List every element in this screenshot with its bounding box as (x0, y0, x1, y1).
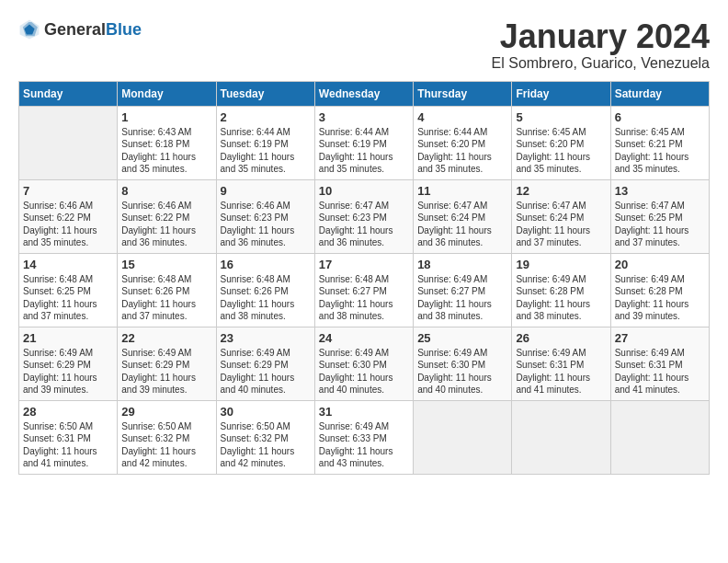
calendar-cell: 12Sunrise: 6:47 AM Sunset: 6:24 PM Dayli… (512, 179, 610, 253)
day-number: 13 (615, 184, 705, 198)
day-info: Sunrise: 6:49 AM Sunset: 6:31 PM Dayligh… (516, 347, 606, 396)
day-number: 3 (319, 110, 409, 124)
logo-blue-text: Blue (106, 21, 142, 38)
day-number: 27 (615, 331, 705, 345)
calendar-cell: 5Sunrise: 6:45 AM Sunset: 6:20 PM Daylig… (512, 106, 610, 179)
day-number: 25 (417, 331, 507, 345)
day-number: 7 (23, 184, 113, 198)
calendar-cell: 24Sunrise: 6:49 AM Sunset: 6:30 PM Dayli… (314, 327, 413, 400)
calendar-cell: 23Sunrise: 6:49 AM Sunset: 6:29 PM Dayli… (216, 327, 314, 400)
calendar-cell: 21Sunrise: 6:49 AM Sunset: 6:29 PM Dayli… (19, 327, 118, 400)
month-title: January 2024 (492, 18, 710, 55)
day-info: Sunrise: 6:49 AM Sunset: 6:31 PM Dayligh… (615, 347, 705, 396)
calendar-cell: 1Sunrise: 6:43 AM Sunset: 6:18 PM Daylig… (118, 106, 216, 179)
calendar-week-row: 21Sunrise: 6:49 AM Sunset: 6:29 PM Dayli… (19, 327, 710, 400)
day-number: 17 (319, 258, 409, 271)
calendar-cell: 15Sunrise: 6:48 AM Sunset: 6:26 PM Dayli… (118, 253, 216, 327)
weekday-header-saturday: Saturday (610, 81, 709, 106)
calendar-header: SundayMondayTuesdayWednesdayThursdayFrid… (19, 81, 710, 106)
day-info: Sunrise: 6:49 AM Sunset: 6:29 PM Dayligh… (23, 347, 113, 396)
day-number: 8 (121, 184, 211, 198)
calendar-cell: 26Sunrise: 6:49 AM Sunset: 6:31 PM Dayli… (512, 327, 610, 400)
calendar-cell: 4Sunrise: 6:44 AM Sunset: 6:20 PM Daylig… (414, 106, 512, 179)
day-number: 2 (221, 110, 311, 124)
calendar-cell: 14Sunrise: 6:48 AM Sunset: 6:25 PM Dayli… (19, 253, 118, 327)
day-number: 31 (319, 405, 409, 419)
day-info: Sunrise: 6:45 AM Sunset: 6:21 PM Dayligh… (615, 126, 705, 176)
day-info: Sunrise: 6:47 AM Sunset: 6:23 PM Dayligh… (319, 200, 409, 249)
day-info: Sunrise: 6:48 AM Sunset: 6:25 PM Dayligh… (23, 273, 113, 323)
weekday-header-wednesday: Wednesday (314, 81, 413, 106)
day-number: 12 (516, 184, 606, 198)
calendar-cell: 31Sunrise: 6:49 AM Sunset: 6:33 PM Dayli… (314, 400, 413, 474)
day-info: Sunrise: 6:50 AM Sunset: 6:32 PM Dayligh… (221, 420, 311, 470)
day-number: 29 (121, 405, 211, 419)
calendar-week-row: 1Sunrise: 6:43 AM Sunset: 6:18 PM Daylig… (19, 106, 710, 179)
day-info: Sunrise: 6:49 AM Sunset: 6:28 PM Dayligh… (615, 273, 705, 323)
page-header: GeneralBlue January 2024 El Sombrero, Gu… (18, 18, 710, 72)
day-number: 5 (516, 110, 606, 124)
day-number: 6 (615, 110, 705, 124)
calendar-week-row: 28Sunrise: 6:50 AM Sunset: 6:31 PM Dayli… (19, 400, 710, 474)
day-info: Sunrise: 6:44 AM Sunset: 6:19 PM Dayligh… (319, 126, 409, 176)
calendar-cell: 18Sunrise: 6:49 AM Sunset: 6:27 PM Dayli… (414, 253, 512, 327)
title-block: January 2024 El Sombrero, Guarico, Venez… (492, 18, 710, 72)
weekday-header-monday: Monday (118, 81, 216, 106)
calendar-cell: 6Sunrise: 6:45 AM Sunset: 6:21 PM Daylig… (610, 106, 709, 179)
day-number: 15 (121, 258, 211, 271)
weekday-header-friday: Friday (512, 81, 610, 106)
weekday-header-sunday: Sunday (19, 81, 118, 106)
day-info: Sunrise: 6:50 AM Sunset: 6:31 PM Dayligh… (23, 420, 113, 470)
day-info: Sunrise: 6:48 AM Sunset: 6:26 PM Dayligh… (121, 273, 211, 323)
calendar-cell: 25Sunrise: 6:49 AM Sunset: 6:30 PM Dayli… (414, 327, 512, 400)
calendar-week-row: 7Sunrise: 6:46 AM Sunset: 6:22 PM Daylig… (19, 179, 710, 253)
day-number: 18 (417, 258, 507, 271)
calendar-cell: 28Sunrise: 6:50 AM Sunset: 6:31 PM Dayli… (19, 400, 118, 474)
calendar-cell: 16Sunrise: 6:48 AM Sunset: 6:26 PM Dayli… (216, 253, 314, 327)
calendar-cell: 30Sunrise: 6:50 AM Sunset: 6:32 PM Dayli… (216, 400, 314, 474)
calendar-cell: 27Sunrise: 6:49 AM Sunset: 6:31 PM Dayli… (610, 327, 709, 400)
day-info: Sunrise: 6:47 AM Sunset: 6:24 PM Dayligh… (417, 200, 507, 249)
day-info: Sunrise: 6:46 AM Sunset: 6:23 PM Dayligh… (221, 200, 311, 249)
day-number: 26 (516, 331, 606, 345)
calendar-cell: 7Sunrise: 6:46 AM Sunset: 6:22 PM Daylig… (19, 179, 118, 253)
calendar-cell: 20Sunrise: 6:49 AM Sunset: 6:28 PM Dayli… (610, 253, 709, 327)
calendar-cell: 19Sunrise: 6:49 AM Sunset: 6:28 PM Dayli… (512, 253, 610, 327)
calendar-week-row: 14Sunrise: 6:48 AM Sunset: 6:25 PM Dayli… (19, 253, 710, 327)
calendar-table: SundayMondayTuesdayWednesdayThursdayFrid… (18, 81, 710, 475)
day-number: 24 (319, 331, 409, 345)
calendar-cell (19, 106, 118, 179)
day-info: Sunrise: 6:49 AM Sunset: 6:29 PM Dayligh… (121, 347, 211, 396)
day-info: Sunrise: 6:49 AM Sunset: 6:30 PM Dayligh… (319, 347, 409, 396)
day-number: 16 (221, 258, 311, 271)
day-info: Sunrise: 6:48 AM Sunset: 6:26 PM Dayligh… (221, 273, 311, 323)
day-info: Sunrise: 6:47 AM Sunset: 6:25 PM Dayligh… (615, 200, 705, 249)
day-info: Sunrise: 6:44 AM Sunset: 6:20 PM Dayligh… (417, 126, 507, 176)
day-number: 4 (417, 110, 507, 124)
day-number: 22 (121, 331, 211, 345)
day-number: 19 (516, 258, 606, 271)
weekday-header-row: SundayMondayTuesdayWednesdayThursdayFrid… (19, 81, 710, 106)
calendar-cell: 8Sunrise: 6:46 AM Sunset: 6:22 PM Daylig… (118, 179, 216, 253)
location-text: El Sombrero, Guarico, Venezuela (492, 55, 710, 72)
day-info: Sunrise: 6:44 AM Sunset: 6:19 PM Dayligh… (221, 126, 311, 176)
calendar-cell: 3Sunrise: 6:44 AM Sunset: 6:19 PM Daylig… (314, 106, 413, 179)
calendar-cell: 2Sunrise: 6:44 AM Sunset: 6:19 PM Daylig… (216, 106, 314, 179)
day-number: 14 (23, 258, 113, 271)
day-info: Sunrise: 6:45 AM Sunset: 6:20 PM Dayligh… (516, 126, 606, 176)
day-info: Sunrise: 6:47 AM Sunset: 6:24 PM Dayligh… (516, 200, 606, 249)
weekday-header-thursday: Thursday (414, 81, 512, 106)
day-info: Sunrise: 6:49 AM Sunset: 6:29 PM Dayligh… (221, 347, 311, 396)
day-number: 9 (221, 184, 311, 198)
calendar-cell (610, 400, 709, 474)
day-number: 30 (221, 405, 311, 419)
day-info: Sunrise: 6:49 AM Sunset: 6:33 PM Dayligh… (319, 420, 409, 470)
day-info: Sunrise: 6:46 AM Sunset: 6:22 PM Dayligh… (23, 200, 113, 249)
day-info: Sunrise: 6:50 AM Sunset: 6:32 PM Dayligh… (121, 420, 211, 470)
calendar-cell (512, 400, 610, 474)
calendar-cell: 10Sunrise: 6:47 AM Sunset: 6:23 PM Dayli… (314, 179, 413, 253)
calendar-body: 1Sunrise: 6:43 AM Sunset: 6:18 PM Daylig… (19, 106, 710, 474)
day-info: Sunrise: 6:48 AM Sunset: 6:27 PM Dayligh… (319, 273, 409, 323)
day-info: Sunrise: 6:49 AM Sunset: 6:27 PM Dayligh… (417, 273, 507, 323)
day-number: 23 (221, 331, 311, 345)
